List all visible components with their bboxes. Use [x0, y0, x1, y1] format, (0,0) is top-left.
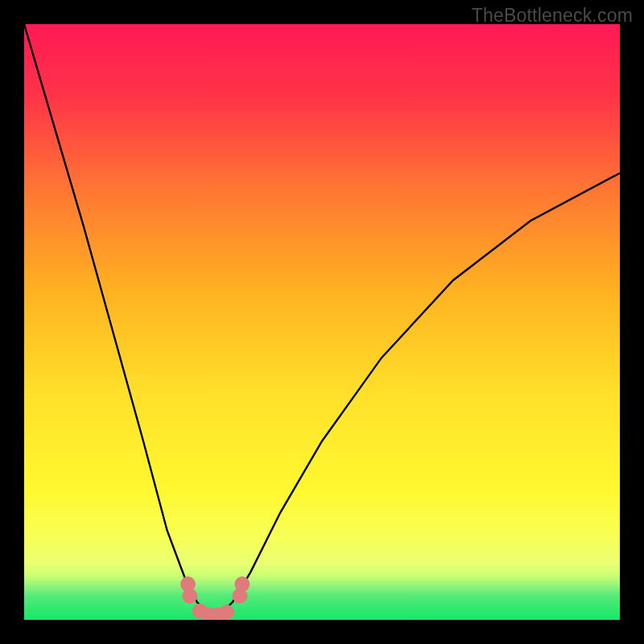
- gradient-background: [24, 24, 620, 620]
- chart-frame: [24, 24, 620, 620]
- bottleneck-chart: [24, 24, 620, 620]
- marker-dot: [182, 588, 197, 604]
- watermark-text: TheBottleneck.com: [472, 5, 633, 27]
- marker-dot: [234, 576, 250, 592]
- marker-dot: [219, 605, 234, 620]
